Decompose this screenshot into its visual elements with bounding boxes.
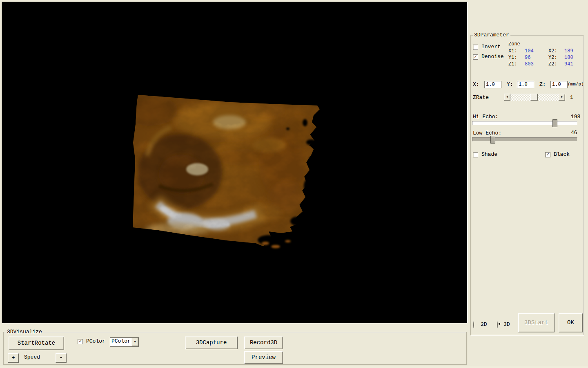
record3d-button[interactable]: Record3D [244, 337, 283, 349]
ultrasound-volume-render[interactable] [2, 2, 467, 323]
shade-checkbox[interactable]: ✓ [473, 152, 478, 157]
pcolor-dropdown-button[interactable]: ▼ [131, 338, 138, 346]
hi-echo-label: Hi Echo: [473, 114, 498, 120]
zrate-label: ZRate [473, 95, 489, 101]
parameter-group-title: 3DParameter [473, 32, 510, 38]
zrate-scroll-right-button[interactable]: ► [559, 94, 565, 101]
denoise-checkbox[interactable]: ✓ [473, 54, 478, 60]
ok-button[interactable]: OK [559, 313, 583, 332]
denoise-label: Denoise [481, 54, 504, 60]
mode-3d-label: 3D [503, 322, 510, 328]
black-checkbox[interactable]: ✓ [545, 152, 550, 157]
scale-z-input[interactable] [550, 81, 568, 88]
application-window: { "icons": { "check": "✓", "dropdown_arr… [0, 0, 588, 368]
zone-x2-value: 189 [564, 49, 573, 54]
scale-x-label: X: [473, 82, 479, 88]
zone-title: Zone [508, 42, 520, 47]
scroll-left-icon: ◄ [506, 95, 508, 99]
3dcapture-button[interactable]: 3DCapture [185, 337, 238, 349]
zone-y2-label: Y2: [548, 55, 557, 61]
scale-unit-label: (mm/p) [568, 82, 584, 87]
zone-z1-value: 803 [525, 62, 534, 67]
pcolor-dropdown[interactable]: PColor ▼ [110, 337, 139, 347]
scale-y-label: Y: [507, 82, 513, 88]
preview-button[interactable]: Preview [244, 351, 283, 364]
3dstart-button[interactable]: 3DStart [518, 313, 555, 332]
invert-checkbox[interactable]: ✓ [473, 45, 478, 50]
speed-minus-button[interactable]: - [56, 353, 67, 363]
mode-2d-radio[interactable] [473, 321, 474, 328]
scale-z-label: Z: [539, 82, 546, 88]
speed-label: Speed [24, 355, 40, 361]
chevron-down-icon: ▼ [134, 340, 136, 343]
parameter-groupbox: 3DParameter ✓ Invert ✓ Denoise Zone X1: … [470, 35, 584, 335]
window-bottom-edge [0, 367, 588, 367]
hi-echo-slider-thumb[interactable] [552, 119, 557, 127]
check-icon: ✓ [474, 55, 477, 59]
zrate-scroll-track[interactable] [510, 94, 559, 101]
check-icon: ✓ [79, 339, 82, 344]
pcolor-label: PColor [86, 339, 105, 345]
pcolor-dropdown-value: PColor [110, 338, 131, 346]
black-label: Black [554, 152, 570, 158]
check-icon: ✓ [546, 153, 549, 157]
zone-x2-label: X2: [548, 49, 557, 54]
visualize-group-title: 3DVisualize [6, 329, 43, 335]
zone-y1-label: Y1: [508, 55, 517, 61]
zone-x1-label: X1: [508, 49, 517, 54]
render-viewport[interactable] [2, 2, 468, 323]
mode-2d-label: 2D [481, 322, 487, 328]
low-echo-label: Low Echo: [473, 130, 501, 137]
zrate-scrollbar[interactable]: ◄ ► [504, 94, 565, 101]
low-echo-slider-thumb[interactable] [490, 136, 495, 144]
zrate-scroll-thumb[interactable] [530, 94, 538, 101]
scale-x-input[interactable] [484, 81, 501, 88]
mode-3d-radio[interactable] [497, 321, 498, 328]
low-echo-value: 46 [571, 130, 577, 136]
zone-z2-label: Z2: [548, 62, 557, 67]
scale-y-input[interactable] [517, 81, 534, 88]
hi-echo-value: 198 [571, 114, 580, 120]
speed-plus-button[interactable]: + [8, 353, 19, 363]
invert-label: Invert [481, 44, 501, 50]
scroll-right-icon: ► [561, 95, 563, 99]
zone-z2-value: 941 [564, 62, 573, 67]
low-echo-slider-track[interactable] [472, 137, 577, 141]
pcolor-checkbox[interactable]: ✓ [78, 339, 83, 344]
zrate-scroll-left-button[interactable]: ◄ [504, 94, 510, 101]
start-rotate-button[interactable]: StartRotate [9, 337, 64, 350]
visualize-groupbox: 3DVisualize StartRotate + Speed - ✓ PCol… [3, 332, 467, 365]
zone-y2-value: 180 [564, 55, 573, 61]
zone-x1-value: 104 [525, 49, 534, 54]
hi-echo-slider-track[interactable] [472, 121, 577, 125]
shade-label: Shade [481, 152, 497, 158]
zrate-value: 1 [570, 95, 573, 101]
zone-y1-value: 96 [525, 55, 530, 61]
zone-z1-label: Z1: [508, 62, 517, 67]
